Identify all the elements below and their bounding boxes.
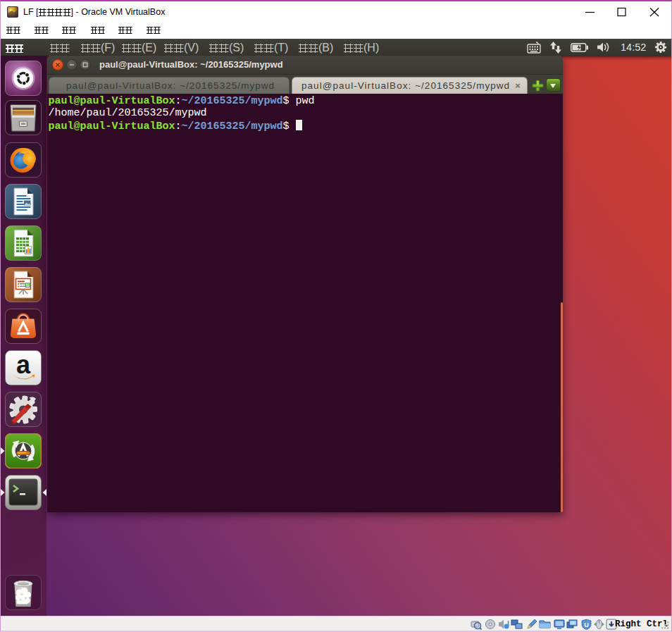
svg-text:U: U (584, 621, 589, 628)
svg-text:a: a (16, 350, 31, 379)
